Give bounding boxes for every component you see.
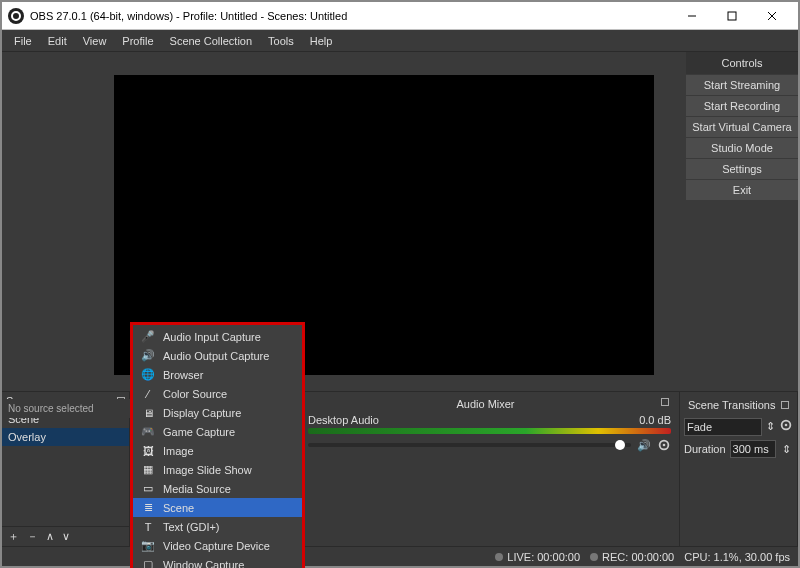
context-menu-item[interactable]: 🔊Audio Output Capture — [133, 346, 302, 365]
slides-icon: ▦ — [141, 463, 155, 476]
scene-item[interactable]: Overlay — [2, 428, 129, 446]
context-menu-item[interactable]: 🖼Image — [133, 441, 302, 460]
gamepad-icon: 🎮 — [141, 425, 155, 438]
remove-scene-button[interactable]: － — [27, 529, 38, 544]
audio-meter — [308, 428, 671, 434]
transition-updown-icon[interactable]: ⇕ — [764, 418, 777, 436]
volume-slider[interactable] — [308, 443, 631, 447]
context-menu-item[interactable]: ▭Media Source — [133, 479, 302, 498]
preview-area — [2, 52, 686, 391]
context-menu-item[interactable]: 🎤Audio Input Capture — [133, 327, 302, 346]
context-menu-item-label: Audio Input Capture — [163, 331, 261, 343]
video-icon: ▭ — [141, 482, 155, 495]
transition-select[interactable]: Fade — [684, 418, 762, 436]
add-scene-button[interactable]: ＋ — [8, 529, 19, 544]
settings-button[interactable]: Settings — [686, 159, 798, 179]
transitions-header: Scene Transitions — [684, 396, 793, 414]
menubar: File Edit View Profile Scene Collection … — [2, 30, 798, 52]
audio-mixer-header: Audio Mixer — [308, 396, 671, 412]
window-icon: ▢ — [141, 558, 155, 568]
mic-icon: 🎤 — [141, 330, 155, 343]
app-icon — [8, 8, 24, 24]
dock-popout-icon[interactable] — [781, 401, 789, 409]
context-menu-item[interactable]: TText (GDI+) — [133, 517, 302, 536]
context-menu-item-label: Scene — [163, 502, 194, 514]
context-menu-item-label: Image — [163, 445, 194, 457]
context-menu-item[interactable]: 🎮Game Capture — [133, 422, 302, 441]
svg-point-5 — [663, 444, 666, 447]
controls-panel: Controls Start Streaming Start Recording… — [686, 52, 798, 391]
camera-icon: 📷 — [141, 539, 155, 552]
svg-rect-1 — [728, 12, 736, 20]
transition-settings-icon[interactable] — [779, 418, 793, 436]
dock-popout-icon[interactable] — [661, 398, 669, 406]
context-menu-item-label: Media Source — [163, 483, 231, 495]
context-menu-item[interactable]: ▦Image Slide Show — [133, 460, 302, 479]
context-menu-item-label: Window Capture — [163, 559, 244, 569]
start-virtual-camera-button[interactable]: Start Virtual Camera — [686, 117, 798, 137]
context-menu-item-label: Game Capture — [163, 426, 235, 438]
studio-mode-button[interactable]: Studio Mode — [686, 138, 798, 158]
window-title: OBS 27.0.1 (64-bit, windows) - Profile: … — [30, 10, 672, 22]
close-button[interactable] — [752, 3, 792, 29]
brush-icon: ⁄ — [141, 388, 155, 400]
context-menu-item-label: Display Capture — [163, 407, 241, 419]
speaker-icon: 🔊 — [141, 349, 155, 362]
start-recording-button[interactable]: Start Recording — [686, 96, 798, 116]
exit-button[interactable]: Exit — [686, 180, 798, 200]
scene-transitions-panel: Scene Transitions Fade ⇕ Duration 300 ms… — [680, 392, 798, 546]
close-icon — [767, 11, 777, 21]
context-menu-item[interactable]: ▢Window Capture — [133, 555, 302, 568]
controls-header: Controls — [686, 52, 798, 74]
titlebar: OBS 27.0.1 (64-bit, windows) - Profile: … — [2, 2, 798, 30]
context-menu-item-label: Color Source — [163, 388, 227, 400]
status-cpu: CPU: 1.1%, 30.00 fps — [684, 551, 790, 563]
context-menu-item[interactable]: ⁄Color Source — [133, 384, 302, 403]
app-window: OBS 27.0.1 (64-bit, windows) - Profile: … — [0, 0, 800, 568]
context-menu-item[interactable]: ≣Scene — [133, 498, 302, 517]
menu-file[interactable]: File — [6, 33, 40, 49]
scene-up-button[interactable]: ∧ — [46, 530, 54, 543]
menu-scene-collection[interactable]: Scene Collection — [162, 33, 261, 49]
image-icon: 🖼 — [141, 445, 155, 457]
context-menu-item-label: Browser — [163, 369, 203, 381]
text-icon: T — [141, 521, 155, 533]
globe-icon: 🌐 — [141, 368, 155, 381]
context-menu-item-label: Audio Output Capture — [163, 350, 269, 362]
minimize-icon — [687, 11, 697, 21]
context-menu-item-label: Text (GDI+) — [163, 521, 220, 533]
status-bar: LIVE: 00:00:00 REC: 00:00:00 CPU: 1.1%, … — [2, 546, 798, 566]
svg-point-7 — [785, 424, 788, 427]
scene-down-button[interactable]: ∨ — [62, 530, 70, 543]
duration-label: Duration — [684, 443, 726, 455]
maximize-button[interactable] — [712, 3, 752, 29]
main-area: Controls Start Streaming Start Recording… — [2, 52, 798, 391]
audio-mixer-panel: Audio Mixer Desktop Audio 0.0 dB 🔊 — [300, 392, 680, 546]
context-menu-item-label: Video Capture Device — [163, 540, 270, 552]
mixer-settings-icon[interactable] — [657, 438, 671, 452]
scenes-toolbar: ＋ － ∧ ∨ — [2, 526, 129, 546]
status-live: LIVE: 00:00:00 — [495, 551, 580, 563]
context-menu-item[interactable]: 🖥Display Capture — [133, 403, 302, 422]
maximize-icon — [727, 11, 737, 21]
menu-tools[interactable]: Tools — [260, 33, 302, 49]
no-source-label: No source selected — [2, 399, 130, 418]
context-menu-item[interactable]: 📷Video Capture Device — [133, 536, 302, 555]
context-menu-item-label: Image Slide Show — [163, 464, 252, 476]
context-menu-item[interactable]: 🌐Browser — [133, 365, 302, 384]
list-icon: ≣ — [141, 501, 155, 514]
menu-edit[interactable]: Edit — [40, 33, 75, 49]
menu-help[interactable]: Help — [302, 33, 341, 49]
status-rec: REC: 00:00:00 — [590, 551, 674, 563]
duration-stepper[interactable]: ⇕ — [780, 441, 793, 458]
duration-input[interactable]: 300 ms — [730, 440, 776, 458]
start-streaming-button[interactable]: Start Streaming — [686, 75, 798, 95]
mixer-track-label: Desktop Audio 0.0 dB — [308, 412, 671, 428]
monitor-icon: 🖥 — [141, 407, 155, 419]
add-source-context-menu: 🎤Audio Input Capture🔊Audio Output Captur… — [130, 322, 305, 568]
minimize-button[interactable] — [672, 3, 712, 29]
menu-view[interactable]: View — [75, 33, 115, 49]
speaker-icon[interactable]: 🔊 — [637, 439, 651, 452]
menu-profile[interactable]: Profile — [114, 33, 161, 49]
